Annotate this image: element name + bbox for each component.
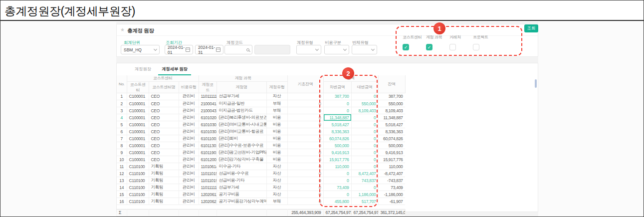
calendar-icon[interactable] bbox=[186, 47, 190, 52]
cell-account-name[interactable]: 공기구비품감가상각누계액 bbox=[216, 198, 266, 205]
cell-cost-center[interactable]: C100001 bbox=[127, 156, 149, 163]
table-row[interactable]: 8 C100001 CEO 관리비 61011301 (관리)수수료-보증수수료… bbox=[117, 142, 405, 149]
cell-cost-center-name[interactable]: CEO bbox=[149, 142, 179, 149]
cell-expense-type[interactable]: 관리비 bbox=[179, 191, 199, 198]
cell-expense-type[interactable]: 관리비 bbox=[179, 93, 199, 100]
cell-cost-center[interactable]: C110100 bbox=[127, 163, 149, 170]
cell-account-code[interactable]: 11011019 bbox=[199, 177, 216, 184]
cell-account-code[interactable]: 12020611 bbox=[199, 191, 216, 198]
col-account-code[interactable]: 계정코드 bbox=[199, 81, 216, 93]
cell-no[interactable]: 5 bbox=[117, 121, 127, 128]
cell-debit[interactable]: 0 bbox=[323, 170, 351, 177]
cell-debit[interactable]: 0 bbox=[323, 177, 351, 184]
table-row[interactable]: 14 C110100 기획팀 관리비 11011111 선급부가세 자산 0 7… bbox=[117, 184, 405, 191]
cell-opening[interactable]: 0 bbox=[287, 177, 323, 184]
cell-account-type[interactable]: 자산 bbox=[266, 93, 287, 100]
search-button[interactable]: 조회 bbox=[524, 24, 538, 32]
cell-credit[interactable]: 0 bbox=[351, 184, 378, 191]
cell-account-name[interactable]: (관리)광고선전비-기업PR광고 bbox=[216, 149, 266, 156]
cell-opening[interactable]: 0 bbox=[287, 191, 323, 198]
account-code-input[interactable] bbox=[224, 45, 252, 54]
cell-balance[interactable]: 110,000 bbox=[378, 163, 405, 170]
cell-balance[interactable]: 9,416,913 bbox=[378, 149, 405, 156]
cell-account-name[interactable]: (관리)회비 bbox=[216, 135, 266, 142]
grid-body[interactable]: 1 C100001 CEO 관리비 11011111 선급부가세 자산 0 38… bbox=[117, 93, 405, 209]
cell-account-type[interactable]: 비용 bbox=[266, 114, 287, 121]
cell-opening[interactable]: 0 bbox=[287, 135, 323, 142]
cell-expense-type[interactable]: 관리비 bbox=[179, 163, 199, 170]
cell-credit[interactable]: 550,000 bbox=[351, 100, 378, 107]
cell-cost-center[interactable]: C100001 bbox=[127, 128, 149, 135]
cell-account-type[interactable]: 비용 bbox=[266, 135, 287, 142]
cell-expense-type[interactable]: 관리비 bbox=[179, 177, 199, 184]
vertical-scrollbar-thumb[interactable] bbox=[535, 79, 537, 88]
cell-no[interactable]: 8 bbox=[117, 142, 127, 149]
cell-account-name[interactable]: 미수금-기타 bbox=[216, 163, 266, 170]
checkbox[interactable] bbox=[473, 44, 479, 50]
cell-account-type[interactable]: 자산 bbox=[266, 191, 287, 198]
cell-cost-center-name[interactable]: CEO bbox=[149, 107, 179, 114]
cell-balance[interactable]: 550,000 bbox=[378, 100, 405, 107]
cell-no[interactable]: 16 bbox=[117, 198, 127, 205]
cell-account-name[interactable]: 공기구비품 bbox=[216, 191, 266, 198]
cell-credit[interactable]: 517,707 bbox=[351, 198, 378, 205]
cell-cost-center-name[interactable]: CEO bbox=[149, 135, 179, 142]
cell-opening[interactable]: 0 bbox=[287, 184, 323, 191]
cell-balance[interactable]: 500,000 bbox=[378, 142, 405, 149]
cell-credit[interactable]: 0 bbox=[351, 128, 378, 135]
cell-cost-center-name[interactable]: CEO bbox=[149, 121, 179, 128]
cell-debit[interactable]: 110,000 bbox=[323, 163, 351, 170]
cell-debit[interactable]: 500,000 bbox=[323, 142, 351, 149]
cell-balance[interactable]: 11,348,887 bbox=[378, 114, 405, 121]
cell-balance[interactable]: 8,336,363 bbox=[378, 128, 405, 135]
cell-balance[interactable]: -743,837 bbox=[378, 177, 405, 184]
cell-opening[interactable]: 0 bbox=[287, 114, 323, 121]
table-row[interactable]: 5 C100001 CEO 관리비 61010301 (관리)여비교통비-시내교… bbox=[117, 121, 405, 128]
table-row[interactable]: 11 C110100 기획팀 관리비 11010614 미수금-기타 자산 0 … bbox=[117, 163, 405, 170]
cell-cost-center-name[interactable]: 기획팀 bbox=[149, 191, 179, 198]
cell-credit[interactable]: 0 bbox=[351, 121, 378, 128]
cell-cost-center-name[interactable]: CEO bbox=[149, 149, 179, 156]
cell-account-code[interactable]: 61010206 bbox=[199, 114, 216, 121]
cell-expense-type[interactable]: 관리비 bbox=[179, 128, 199, 135]
cell-cost-center[interactable]: C100001 bbox=[127, 107, 149, 114]
cell-cost-center-name[interactable]: CEO bbox=[149, 93, 179, 100]
colgroup-amount[interactable]: 금액 bbox=[323, 75, 378, 81]
cell-account-code[interactable]: 61011901 bbox=[199, 149, 216, 156]
cell-debit[interactable]: 11,348,887 bbox=[323, 114, 351, 121]
cell-expense-type[interactable]: 관리비 bbox=[179, 184, 199, 191]
cell-cost-center[interactable]: C100001 bbox=[127, 100, 149, 107]
table-row[interactable]: 13 C110100 기획팀 관리비 11011019 선급비용-기타 자산 0… bbox=[117, 177, 405, 184]
col-account-type[interactable]: 계정유형 bbox=[266, 81, 287, 93]
colgroup-cost-center[interactable]: 코스트센터 bbox=[127, 75, 199, 81]
period-to-input[interactable]: 2024-01-31 bbox=[195, 45, 223, 54]
checkbox[interactable]: ✓ bbox=[403, 44, 409, 50]
cell-opening[interactable]: 0 bbox=[287, 93, 323, 100]
cell-no[interactable]: 2 bbox=[117, 100, 127, 107]
cell-account-type[interactable]: 부채 bbox=[266, 100, 287, 107]
cell-opening[interactable]: 0 bbox=[287, 163, 323, 170]
cell-account-name[interactable]: 선급비용-수수료 bbox=[216, 170, 266, 177]
cell-account-code[interactable]: 11010614 bbox=[199, 163, 216, 170]
cell-account-name[interactable]: (관리)수수료-보증수수료 bbox=[216, 142, 266, 149]
account-type-select[interactable] bbox=[296, 45, 321, 54]
cell-no[interactable]: 6 bbox=[117, 128, 127, 135]
cell-account-name[interactable]: 미지급금-법인카드 bbox=[216, 107, 266, 114]
cell-no[interactable]: 15 bbox=[117, 191, 127, 198]
cell-expense-type[interactable]: 관리비 bbox=[179, 135, 199, 142]
cell-account-name[interactable]: (관리)복리후생비-의료보건비 bbox=[216, 114, 266, 121]
cell-balance[interactable]: 60,074,826 bbox=[378, 135, 405, 142]
cell-cost-center[interactable]: C100001 bbox=[127, 121, 149, 128]
col-credit[interactable]: 대변금액 bbox=[351, 81, 378, 93]
cell-account-type[interactable]: 자산 bbox=[266, 163, 287, 170]
cell-balance[interactable]: 387,700 bbox=[378, 93, 405, 100]
cell-opening[interactable]: 0 bbox=[287, 107, 323, 114]
checkbox[interactable] bbox=[449, 44, 456, 50]
cell-account-code[interactable]: 21000431 bbox=[199, 107, 216, 114]
table-row[interactable]: 7 C100001 CEO 관리비 61011001 (관리)회비 비용 0 6… bbox=[117, 135, 405, 142]
tab-account-ledger[interactable]: 계정원장 bbox=[129, 66, 157, 72]
cell-account-code[interactable]: 11011111 bbox=[199, 93, 216, 100]
cell-debit[interactable]: 0 bbox=[323, 107, 351, 114]
cell-debit[interactable]: 0 bbox=[323, 191, 351, 198]
cell-balance[interactable]: -61,907 bbox=[378, 198, 405, 205]
